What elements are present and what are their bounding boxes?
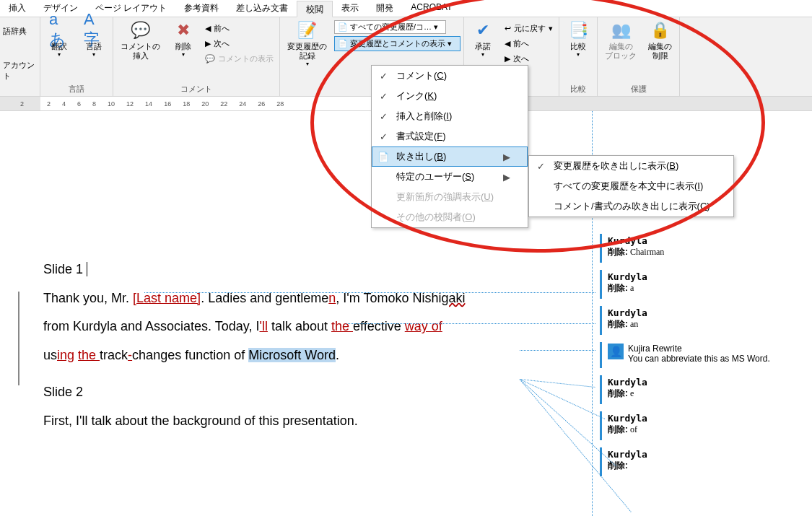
ribbon-tab-4[interactable]: 差し込み文書 (227, 0, 297, 17)
check-icon: ✓ (377, 131, 389, 142)
dict-label: 語辞典 (3, 26, 37, 37)
compare-button[interactable]: 📑比較▾ (562, 19, 594, 59)
prev-icon: ◀ (505, 39, 510, 48)
revision-text: 削除: Chairman (608, 246, 808, 258)
revision-item[interactable]: Kurdyla削除: a (600, 270, 808, 299)
check-icon: ✓ (377, 111, 389, 122)
doc-icon: 📄 (338, 22, 348, 31)
translate-icon: aあ (49, 20, 69, 40)
menu-users[interactable]: 特定のユーザー(S)▶ (372, 167, 528, 187)
revision-author: Kurdyla (608, 307, 808, 318)
doc-icon: 📄 (377, 152, 389, 162)
lock-icon: 🔒 (650, 20, 671, 40)
comment-author: Kujira Rewrite (628, 344, 770, 354)
translate-button[interactable]: aあ翻訳▾ (43, 19, 75, 59)
block-authors-button[interactable]: 👥編集の ブロック (601, 19, 641, 62)
check-icon: ✓ (377, 71, 389, 82)
menu-highlight: 更新箇所の強調表示(U) (372, 187, 528, 207)
chevron-down-icon: ▾ (92, 51, 95, 58)
revision-item[interactable]: Kurdyla削除: (600, 447, 808, 476)
revision-author: Kurdyla (608, 449, 808, 460)
revision-text: 削除: (608, 460, 808, 472)
chevron-down-icon: ▾ (481, 51, 484, 58)
chevron-down-icon: ▾ (58, 51, 61, 58)
reject-icon: ↩ (505, 24, 511, 33)
revision-author: Kurdyla (608, 235, 808, 246)
check-icon: ✔ (473, 20, 493, 40)
language-icon: A字 (84, 20, 104, 40)
restrict-edit-button[interactable]: 🔒編集の 制限 (644, 19, 676, 62)
next-icon: ▶ (505, 54, 510, 64)
doc-icon: 📄 (338, 39, 348, 48)
delete-icon: ✖ (173, 20, 193, 40)
ribbon-tab-8[interactable]: ACROBAT (402, 0, 460, 17)
revision-author: Kurdyla (608, 377, 808, 388)
ribbon-tab-3[interactable]: 参考資料 (175, 0, 227, 17)
revision-text: 削除: an (608, 318, 808, 331)
show-markup-dropdown[interactable]: 📄 変更履歴とコメントの表示 ▾ (334, 36, 460, 51)
next-icon: ▶ (205, 39, 211, 48)
prev-change-button[interactable]: ◀前へ (502, 37, 556, 51)
ribbon-tab-0[interactable]: 挿入 (0, 0, 35, 17)
submenu-arrow-icon: ▶ (503, 152, 510, 162)
comment-bubble-icon: 💬 (205, 54, 215, 64)
revision-author: Kurdyla (608, 413, 808, 424)
revision-author: Kurdyla (608, 271, 808, 282)
menu-balloons[interactable]: 📄吹き出し(B)▶ (372, 147, 528, 167)
ribbon-tab-5[interactable]: 校閲 (297, 1, 333, 17)
new-comment-button[interactable]: 💬コメントの 挿入 (116, 19, 165, 62)
comment-item[interactable]: 👤Kujira RewriteYou can abbreviate this a… (600, 342, 808, 368)
next-change-button[interactable]: ▶次へ (502, 52, 556, 66)
display-for-review-dropdown[interactable]: 📄 すべての変更履歴/コ… ▾ (334, 20, 446, 34)
slide2-label: Slide 2 (43, 385, 83, 399)
ribbon-tab-6[interactable]: 表示 (333, 0, 367, 17)
revision-text: 削除: a (608, 282, 808, 294)
balloons-submenu: ✓変更履歴を吹き出しに表示(B) すべての変更履歴を本文中に表示(I) コメント… (528, 155, 734, 217)
menu-comments[interactable]: ✓コメント(C) (372, 66, 528, 86)
comment-text: You can abbreviate this as MS Word. (628, 354, 770, 364)
chevron-down-icon: ▾ (577, 51, 580, 58)
submenu-comments-only[interactable]: コメント/書式のみ吹き出しに表示(C) (529, 196, 733, 217)
revision-text: 削除: e (608, 388, 808, 400)
menu-reviewers: その他の校閲者(O) (372, 207, 528, 227)
accept-button[interactable]: ✔承諾▾ (467, 19, 499, 59)
avatar-icon: 👤 (608, 344, 624, 359)
check-icon: ✓ (535, 161, 546, 172)
ribbon-tab-7[interactable]: 開発 (367, 0, 402, 17)
track-icon: 📝 (297, 20, 318, 40)
menu-format[interactable]: ✓書式設定(F) (372, 126, 528, 147)
selected-text: Microsoft Word (248, 348, 336, 362)
chevron-down-icon: ▾ (182, 51, 185, 58)
track-changes-button[interactable]: 📝変更履歴の 記録▾ (283, 19, 331, 69)
show-comments-button[interactable]: 💬コメントの表示 (202, 52, 276, 66)
slide1-label: Slide 1 (43, 262, 83, 276)
compare-icon: 📑 (568, 20, 588, 40)
protect-group-label: 保護 (601, 82, 676, 95)
comment-group-label: コメント (116, 82, 276, 95)
revision-item[interactable]: Kurdyla削除: of (600, 411, 808, 440)
language-button[interactable]: A字言語▾ (78, 19, 110, 59)
revision-item[interactable]: Kurdyla削除: Chairman (600, 234, 808, 263)
language-group-label: 言語 (43, 82, 110, 95)
prev-icon: ◀ (205, 24, 211, 33)
revision-text: 削除: of (608, 424, 808, 436)
check-icon: ✓ (377, 91, 389, 102)
menu-insdel[interactable]: ✓挿入と削除(I) (372, 106, 528, 126)
ribbon-tabs: 挿入デザインページ レイアウト参考資料差し込み文書校閲表示開発ACROBAT (0, 0, 812, 17)
submenu-show-inline[interactable]: すべての変更履歴を本文中に表示(I) (529, 176, 733, 196)
menu-ink[interactable]: ✓インク(K) (372, 86, 528, 106)
acct-label: アカウント (3, 60, 37, 82)
submenu-show-balloons[interactable]: ✓変更履歴を吹き出しに表示(B) (529, 156, 733, 176)
revision-item[interactable]: Kurdyla削除: e (600, 375, 808, 404)
prev-comment-button[interactable]: ◀前へ (202, 22, 276, 35)
submenu-arrow-icon: ▶ (503, 172, 510, 183)
show-markup-menu: ✓コメント(C) ✓インク(K) ✓挿入と削除(I) ✓書式設定(F) 📄吹き出… (371, 65, 528, 228)
compare-group-label: 比較 (562, 82, 594, 95)
reject-button[interactable]: ↩元に戻す ▾ (502, 22, 556, 35)
comment-icon: 💬 (131, 20, 151, 40)
revision-item[interactable]: Kurdyla削除: an (600, 306, 808, 335)
delete-comment-button[interactable]: ✖削除▾ (167, 19, 199, 59)
chevron-down-icon: ▾ (306, 61, 309, 67)
next-comment-button[interactable]: ▶次へ (202, 37, 276, 51)
block-icon: 👥 (611, 20, 631, 40)
